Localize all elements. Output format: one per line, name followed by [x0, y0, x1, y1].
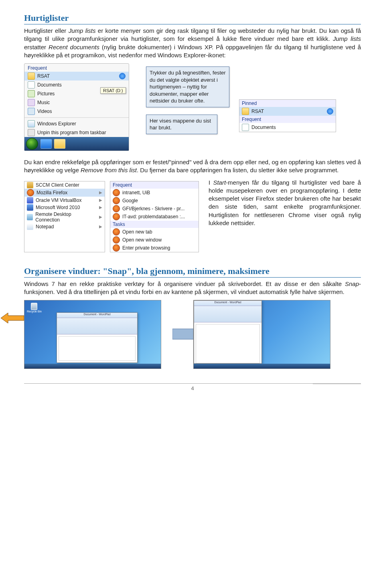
- chevron-right-icon: ▶: [99, 190, 102, 195]
- music-icon: [28, 99, 35, 106]
- firefox-icon: [113, 244, 120, 252]
- list-item-music[interactable]: Music: [24, 98, 129, 107]
- list-item-rsat-pinned[interactable]: RSAT: [239, 107, 336, 116]
- para3-italic: Start: [213, 179, 226, 186]
- start-item-label: Oracle VM VirtualBox: [36, 197, 82, 203]
- flyout-task-label: Open new tab: [122, 229, 152, 235]
- list-item-videos[interactable]: Videos: [24, 107, 129, 116]
- wordpad-ribbon: [57, 318, 137, 334]
- wordpad-window-small: Document - WordPad: [57, 312, 138, 363]
- pictures-icon: [28, 90, 35, 97]
- pin-icon[interactable]: [327, 108, 333, 115]
- intro-text-1: Hurtiglister eller: [24, 27, 69, 34]
- flyout-item[interactable]: GFI/Bjerknes - Skrivere - pr...: [110, 205, 199, 213]
- flyout-item-label: intranett, UiB: [122, 190, 150, 195]
- frequent-header: Frequent: [239, 116, 336, 123]
- list-item-label: Unpin this program from taskbar: [37, 130, 106, 135]
- list-item-label: RSAT: [37, 73, 50, 79]
- list-item-label: RSAT: [251, 109, 264, 114]
- flyout-item[interactable]: IT-avd: problemdatabasen :...: [110, 213, 199, 221]
- virtualbox-icon: [27, 197, 33, 203]
- page-footer: 4: [24, 383, 361, 391]
- firefox-icon: [113, 189, 120, 196]
- taskbar: [194, 364, 330, 369]
- list-item-label: Documents: [37, 82, 62, 88]
- snap-figure: Recycle Bin Document - WordPad Document …: [24, 300, 361, 369]
- pin-icon[interactable]: [119, 73, 126, 79]
- flyout-task[interactable]: Enter private browsing: [110, 244, 199, 252]
- list-item-unpin[interactable]: Unpin this program from taskbar: [24, 128, 129, 137]
- recycle-label: Recycle Bin: [27, 310, 42, 313]
- para4-italic: Snap: [345, 280, 359, 287]
- start-item-remotedesktop[interactable]: Remote Desktop Connection▶: [24, 211, 105, 223]
- para3-text-2: -menyen får du tilgang til hurtiglister …: [209, 179, 361, 226]
- videos-icon: [28, 108, 35, 115]
- pinned-header: Pinned: [239, 100, 336, 107]
- list-item-rsat[interactable]: RSAT: [24, 72, 129, 81]
- wordpad-window-snapped: Document - WordPad: [194, 300, 262, 364]
- list-item-windows-explorer[interactable]: Windows Explorer: [24, 119, 129, 128]
- para-startmenu: I Start-menyen får du tilgang til hurtig…: [209, 179, 361, 228]
- folder-icon: [28, 72, 35, 80]
- start-item-label: Remote Desktop Connection: [35, 211, 94, 223]
- chevron-right-icon: ▶: [99, 205, 102, 209]
- note-recent-folders: Her vises mappene du sist har brukt.: [146, 115, 217, 134]
- start-item-firefox[interactable]: Mozilla Firefox▶: [24, 189, 105, 197]
- list-item-label: Documents: [251, 125, 276, 130]
- separator: [24, 117, 129, 118]
- start-orb-icon[interactable]: [26, 138, 38, 150]
- flyout-item-label: IT-avd: problemdatabasen :...: [122, 214, 185, 219]
- flyout-task-label: Enter private browsing: [122, 245, 170, 251]
- chevron-right-icon: ▶: [99, 198, 102, 202]
- start-item-word[interactable]: Microsoft Word 2010▶: [24, 204, 105, 211]
- start-item-label: SCCM Client Center: [36, 182, 79, 188]
- list-item-documents[interactable]: Documents: [239, 123, 336, 132]
- chevron-right-icon: ▶: [99, 224, 102, 229]
- para2-italic: Remove from this list: [81, 167, 137, 173]
- startmenu-screenshot: SCCM Client Center Mozilla Firefox▶ Orac…: [24, 181, 199, 252]
- document-icon: [28, 81, 35, 89]
- chevron-right-icon: ▶: [99, 215, 102, 219]
- flyout-item-label: GFI/Bjerknes - Skrivere - pr...: [122, 206, 184, 211]
- wordpad-body: [196, 324, 260, 363]
- start-item-virtualbox[interactable]: Oracle VM VirtualBox▶: [24, 197, 105, 204]
- unpin-icon: [28, 129, 35, 136]
- start-item-label: Mozilla Firefox: [36, 190, 67, 195]
- firefox-icon: [113, 236, 120, 244]
- heading-snap: Organisere vinduer: "Snap", bla gjennom,…: [24, 266, 361, 278]
- intro-italic-1: Jump lists: [69, 27, 96, 34]
- start-item-label: Notepad: [36, 224, 54, 230]
- taskbar: [24, 137, 129, 151]
- flyout-task[interactable]: Open new tab: [110, 228, 199, 236]
- flyout-item[interactable]: intranett, UiB: [110, 189, 199, 197]
- windows-explorer-icon: [28, 120, 35, 127]
- taskbar: [24, 364, 161, 369]
- flyout-task[interactable]: Open new window: [110, 236, 199, 244]
- jumplist-screenshot-1: Frequent RSAT Documents Pictures Music: [24, 63, 136, 151]
- start-item-notepad[interactable]: Notepad▶: [24, 223, 105, 230]
- para-remove-from-list: Du kan endre rekkefølge på oppføringer s…: [24, 158, 361, 175]
- taskbar-ie-icon[interactable]: [41, 139, 52, 149]
- intro-text-3: erstatter: [24, 44, 49, 50]
- firefox-icon: [27, 189, 34, 196]
- heading-hurtiglister: Hurtiglister: [24, 13, 361, 24]
- note-pin-explanation: Trykker du på tegnestiften, fester du de…: [146, 66, 229, 107]
- start-item-sccm[interactable]: SCCM Client Center: [24, 181, 105, 189]
- tooltip-rsat: RSAT (D:): [100, 87, 126, 94]
- folder-icon: [242, 108, 249, 115]
- remote-desktop-icon: [27, 214, 33, 220]
- taskbar-explorer-icon[interactable]: [54, 139, 65, 149]
- firefox-icon: [113, 213, 120, 220]
- intro-para: Hurtiglister eller Jump lists er korte m…: [24, 27, 361, 59]
- flyout-task-label: Open new window: [122, 237, 162, 243]
- para4-text-1: Windows 7 har en rekke praktiske verktøy…: [24, 280, 345, 287]
- intro-italic-2: Jump lists: [333, 35, 361, 42]
- desktop-after: Document - WordPad: [193, 300, 330, 369]
- word-icon: [27, 204, 33, 211]
- notepad-icon: [27, 224, 33, 230]
- page-number: 4: [191, 385, 194, 391]
- list-item-label: Pictures: [37, 91, 55, 97]
- flyout-item[interactable]: Google: [110, 197, 199, 205]
- list-item-label: Windows Explorer: [37, 121, 76, 127]
- wordpad-body: [59, 336, 136, 361]
